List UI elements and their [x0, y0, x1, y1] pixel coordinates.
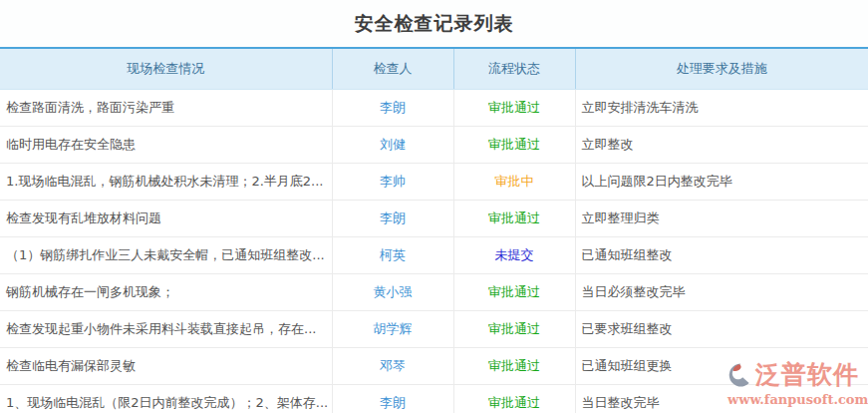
situation-cell: 检查路面清洗，路面污染严重 [0, 90, 332, 127]
inspector-cell[interactable]: 李朗 [332, 201, 453, 237]
status-cell[interactable]: 审批通过 [453, 201, 575, 237]
status-cell[interactable]: 审批通过 [453, 127, 575, 164]
table-row[interactable]: 检查临电有漏保部灵敏邓琴审批通过已通知班组更换 [0, 348, 868, 385]
table-row[interactable]: 1、现场临电混乱（限2日内前整改完成）；2、架体存...李朗审批通过当日整改完毕 [0, 385, 868, 413]
situation-cell: 检查发现有乱堆放材料问题 [0, 201, 332, 237]
measure-cell: 已要求班组整改 [575, 311, 868, 348]
inspector-cell[interactable]: 李朗 [332, 385, 453, 413]
table-row[interactable]: 钢筋机械存在一闸多机现象；黄小强审批通过当日必须整改完毕 [0, 274, 868, 311]
status-cell[interactable]: 未提交 [453, 237, 575, 274]
measure-cell: 立即整理归类 [575, 201, 868, 237]
inspector-cell[interactable]: 柯英 [332, 237, 453, 274]
situation-cell: 钢筋机械存在一闸多机现象； [0, 274, 332, 311]
measure-cell: 以上问题限2日内整改完毕 [575, 164, 868, 201]
situation-cell: 检查临电有漏保部灵敏 [0, 348, 332, 385]
table-row[interactable]: 检查路面清洗，路面污染严重李朗审批通过立即安排清洗车清洗 [0, 90, 868, 127]
col-header-measures: 处理要求及措施 [575, 48, 868, 90]
table-row[interactable]: 1.现场临电混乱，钢筋机械处积水未清理；2.半月底2...李帅审批中以上问题限2… [0, 164, 868, 201]
table-header-row: 现场检查情况 检查人 流程状态 处理要求及措施 [0, 48, 868, 90]
inspector-cell[interactable]: 李朗 [332, 90, 453, 127]
col-header-site-situation: 现场检查情况 [0, 48, 332, 90]
table-row[interactable]: （1）钢筋绑扎作业三人未戴安全帽，已通知班组整改...柯英未提交已通知班组整改 [0, 237, 868, 274]
situation-cell: 1.现场临电混乱，钢筋机械处积水未清理；2.半月底2... [0, 164, 332, 201]
inspector-cell[interactable]: 胡学辉 [332, 311, 453, 348]
page-title: 安全检查记录列表 [0, 0, 868, 47]
situation-cell: 临时用电存在安全隐患 [0, 127, 332, 164]
table-row[interactable]: 临时用电存在安全隐患刘健审批通过立即整改 [0, 127, 868, 164]
measure-cell: 已通知班组更换 [575, 348, 868, 385]
col-header-flow-status: 流程状态 [453, 48, 575, 90]
measure-cell: 立即安排清洗车清洗 [575, 90, 868, 127]
col-header-inspector: 检查人 [332, 48, 453, 90]
measure-cell: 已通知班组整改 [575, 237, 868, 274]
safety-inspection-record-page: 安全检查记录列表 现场检查情况 检查人 流程状态 处理要求及措施 检查路面清洗，… [0, 0, 868, 413]
status-cell[interactable]: 审批中 [453, 164, 575, 201]
situation-cell: （1）钢筋绑扎作业三人未戴安全帽，已通知班组整改... [0, 237, 332, 274]
inspector-cell[interactable]: 黄小强 [332, 274, 453, 311]
inspector-cell[interactable]: 邓琴 [332, 348, 453, 385]
status-cell[interactable]: 审批通过 [453, 274, 575, 311]
status-cell[interactable]: 审批通过 [453, 385, 575, 413]
measure-cell: 立即整改 [575, 127, 868, 164]
table-body: 检查路面清洗，路面污染严重李朗审批通过立即安排清洗车清洗临时用电存在安全隐患刘健… [0, 90, 868, 413]
status-cell[interactable]: 审批通过 [453, 311, 575, 348]
measure-cell: 当日必须整改完毕 [575, 274, 868, 311]
table-row[interactable]: 检查发现有乱堆放材料问题李朗审批通过立即整理归类 [0, 201, 868, 237]
measure-cell: 当日整改完毕 [575, 385, 868, 413]
table-row[interactable]: 检查发现起重小物件未采用料斗装载直接起吊，存在...胡学辉审批通过已要求班组整改 [0, 311, 868, 348]
situation-cell: 检查发现起重小物件未采用料斗装载直接起吊，存在... [0, 311, 332, 348]
situation-cell: 1、现场临电混乱（限2日内前整改完成）；2、架体存... [0, 385, 332, 413]
status-cell[interactable]: 审批通过 [453, 90, 575, 127]
status-cell[interactable]: 审批通过 [453, 348, 575, 385]
inspector-cell[interactable]: 刘健 [332, 127, 453, 164]
inspector-cell[interactable]: 李帅 [332, 164, 453, 201]
inspection-record-table: 现场检查情况 检查人 流程状态 处理要求及措施 检查路面清洗，路面污染严重李朗审… [0, 47, 868, 413]
